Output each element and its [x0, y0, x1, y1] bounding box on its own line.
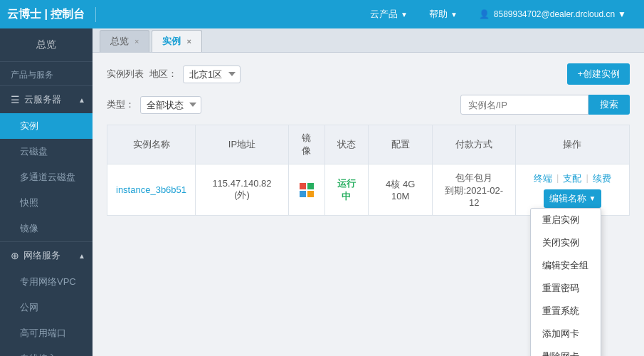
cell-config: 4核 4G 10M [368, 164, 433, 216]
help-menu[interactable]: 帮助 ▼ [418, 0, 468, 28]
region-select[interactable]: 北京1区 [183, 66, 241, 83]
sidebar-network-header[interactable]: ⊕ 网络服务 ▲ [0, 242, 93, 269]
ops-links: 终端 | 支配 | 续费 [524, 172, 621, 185]
ops-manage-link[interactable]: 支配 [563, 172, 581, 185]
search-button[interactable]: 搜索 [588, 95, 630, 115]
cell-image [288, 164, 324, 216]
ops-renew-link[interactable]: 续费 [593, 172, 611, 185]
col-image: 镜像 [288, 125, 324, 164]
cell-name: instance_3b6b51 [107, 164, 196, 216]
sidebar-item-instance[interactable]: 实例 [0, 113, 93, 139]
sidebar-item-public-net[interactable]: 公网 [0, 295, 93, 320]
dropdown-item-del-nic[interactable]: 删除网卡 [531, 345, 601, 357]
sidebar-cloud-server-group: ☰ 云服务器 ▲ 实例 云磁盘 多通道云磁盘 快照 镜像 [0, 86, 93, 242]
cell-payment: 包年包月到期:2021-02-12 [433, 164, 515, 216]
sidebar-item-snapshot[interactable]: 快照 [0, 190, 93, 216]
instance-list-label: 实例列表 [107, 68, 144, 80]
type-label: 类型： [107, 98, 134, 111]
table-row: instance_3b6b51 115.47.140.82 (外) [107, 164, 630, 216]
sidebar: 总览 产品与服务 ☰ 云服务器 ▲ 实例 云磁盘 多通道云磁盘 快照 镜像 ⊕ … [0, 28, 93, 356]
sidebar-item-vpc[interactable]: 专用网络VPC [0, 269, 93, 295]
sidebar-item-direct-connect[interactable]: 专线接入 [0, 346, 93, 356]
filter-row: 类型： 全部状态 搜索 [107, 95, 630, 115]
tab-bar: 总览 × 实例 × [93, 28, 644, 53]
col-payment: 付款方式 [433, 125, 515, 164]
chevron-up-icon: ▲ [78, 252, 85, 260]
user-icon: 👤 [479, 9, 490, 19]
svg-rect-0 [300, 183, 306, 189]
user-menu[interactable]: 👤 8589934702@dealer.drcloud.cn ▼ [468, 0, 637, 28]
col-ops: 操作 [515, 125, 629, 164]
region-label: 地区： [149, 68, 177, 80]
content-area: 总览 × 实例 × 实例列表 地区： 北京1区 +创建实例 类型： [93, 28, 644, 356]
dropdown-wrapper: 编辑名称 ▼ 重启实例 关闭实例 编辑安全组 重置密码 重置系统 [544, 189, 602, 208]
ops-terminal-link[interactable]: 终端 [534, 172, 552, 185]
svg-rect-3 [307, 191, 314, 197]
col-ip: IP地址 [196, 125, 289, 164]
instance-name-link[interactable]: instance_3b6b51 [116, 184, 186, 195]
col-status: 状态 [324, 125, 368, 164]
main-layout: 总览 产品与服务 ☰ 云服务器 ▲ 实例 云磁盘 多通道云磁盘 快照 镜像 ⊕ … [0, 28, 644, 356]
dropdown-item-edit-sg[interactable]: 编辑安全组 [531, 254, 601, 277]
chevron-up-icon: ▲ [78, 96, 85, 104]
edit-name-label: 编辑名称 [549, 192, 586, 205]
svg-rect-1 [307, 183, 314, 189]
dropdown-item-stop[interactable]: 关闭实例 [531, 231, 601, 254]
logo: 云博士 | 控制台 [7, 7, 96, 22]
dropdown-menu: 重启实例 关闭实例 编辑安全组 重置密码 重置系统 添加网卡 删除网卡 订单信息 [530, 208, 601, 357]
dropdown-arrow-icon: ▼ [589, 194, 596, 202]
cloud-products-menu[interactable]: 云产品 ▼ [359, 0, 418, 28]
search-area: 搜索 [460, 95, 630, 115]
sidebar-overview[interactable]: 总览 [0, 28, 93, 62]
cell-status: 运行中 [324, 164, 368, 216]
chevron-down-icon: ▼ [401, 11, 408, 19]
sidebar-item-cloud-disk[interactable]: 云磁盘 [0, 139, 93, 164]
dropdown-item-reset-os[interactable]: 重置系统 [531, 300, 601, 323]
sidebar-item-multi-cloud-disk[interactable]: 多通道云磁盘 [0, 164, 93, 190]
tab-close-instance[interactable]: × [186, 37, 191, 46]
tab-overview[interactable]: 总览 × [100, 30, 149, 52]
sidebar-section-title: 产品与服务 [0, 62, 93, 86]
dropdown-item-add-nic[interactable]: 添加网卡 [531, 323, 601, 345]
cell-ip: 115.47.140.82 (外) [196, 164, 289, 216]
col-name: 实例名称 [107, 125, 196, 164]
cell-ops: 终端 | 支配 | 续费 编辑名称 ▼ [515, 164, 629, 216]
sidebar-item-ha-port[interactable]: 高可用端口 [0, 320, 93, 346]
tab-close-overview[interactable]: × [134, 37, 139, 46]
type-filter-select[interactable]: 全部状态 [140, 96, 201, 114]
dropdown-item-restart[interactable]: 重启实例 [531, 209, 601, 231]
chevron-down-icon: ▼ [450, 11, 458, 19]
instance-table: 实例名称 IP地址 镜像 状态 配置 付款方式 操作 instance_3b6b… [107, 125, 630, 216]
network-icon: ⊕ [11, 250, 19, 261]
tab-instance[interactable]: 实例 × [152, 30, 201, 52]
search-input[interactable] [460, 95, 588, 115]
sidebar-item-image[interactable]: 镜像 [0, 216, 93, 241]
col-config: 配置 [368, 125, 433, 164]
status-badge: 运行中 [337, 178, 356, 201]
table-header-row: 实例名称 IP地址 镜像 状态 配置 付款方式 操作 [107, 125, 630, 164]
svg-rect-2 [300, 191, 306, 197]
page-content: 实例列表 地区： 北京1区 +创建实例 类型： 全部状态 搜索 [93, 53, 644, 356]
create-instance-button[interactable]: +创建实例 [567, 63, 630, 85]
top-nav: 云博士 | 控制台 云产品 ▼ 帮助 ▼ 👤 8589934702@dealer… [0, 0, 644, 28]
toolbar-row: 实例列表 地区： 北京1区 +创建实例 [107, 63, 630, 85]
dropdown-item-reset-pwd[interactable]: 重置密码 [531, 277, 601, 300]
sidebar-cloud-server-header[interactable]: ☰ 云服务器 ▲ [0, 86, 93, 113]
sidebar-network-group: ⊕ 网络服务 ▲ 专用网络VPC 公网 高可用端口 专线接入 安全组 [0, 242, 93, 356]
server-icon: ☰ [11, 94, 20, 105]
chevron-down-icon: ▼ [618, 9, 626, 19]
windows-icon [299, 182, 315, 198]
dropdown-toggle-button[interactable]: 编辑名称 ▼ [544, 189, 602, 208]
